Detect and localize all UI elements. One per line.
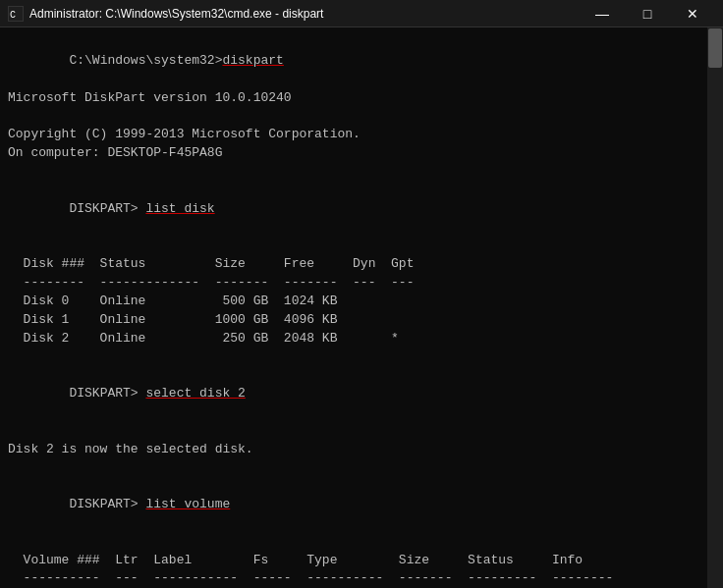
scrollbar-thumb[interactable] xyxy=(708,28,722,68)
title-bar-left: C Administrator: C:\Windows\System32\cmd… xyxy=(8,6,323,22)
window-title: Administrator: C:\Windows\System32\cmd.e… xyxy=(29,7,323,21)
path-label: C:\Windows\system32> xyxy=(69,53,222,68)
cmd3: list volume xyxy=(145,497,230,511)
prompt3: DISKPART> xyxy=(69,497,145,511)
vol-table-sep: ---------- --- ----------- ----- -------… xyxy=(8,569,715,588)
copyright-line: Copyright (C) 1999-2013 Microsoft Corpor… xyxy=(8,126,715,144)
console-content: C:\Windows\system32>diskpart Microsoft D… xyxy=(8,33,715,588)
cmd-diskpart: diskpart xyxy=(222,53,283,68)
blank5 xyxy=(8,422,715,441)
title-bar: C Administrator: C:\Windows\System32\cmd… xyxy=(0,0,723,27)
blank4 xyxy=(8,347,715,366)
disk-table-header: Disk ### Status Size Free Dyn Gpt xyxy=(8,255,715,274)
cmd2: select disk 2 xyxy=(145,386,245,401)
blank1 xyxy=(8,107,715,126)
version-line: Microsoft DiskPart version 10.0.10240 xyxy=(8,89,715,108)
disk2-row: Disk 2 Online 250 GB 2048 KB * xyxy=(8,330,715,348)
minimize-button[interactable]: — xyxy=(580,0,625,27)
blank6 xyxy=(8,458,715,477)
computer-line: On computer: DESKTOP-F45PA8G xyxy=(8,144,715,163)
vol-table-header: Volume ### Ltr Label Fs Type Size Status… xyxy=(8,552,715,570)
cmd-icon: C xyxy=(8,6,24,22)
disk-selected-line: Disk 2 is now the selected disk. xyxy=(8,441,715,459)
scrollbar[interactable] xyxy=(707,27,723,588)
prompt2: DISKPART> xyxy=(69,386,145,401)
app-window: C Administrator: C:\Windows\System32\cmd… xyxy=(0,0,723,588)
svg-text:C: C xyxy=(10,10,16,21)
blank7 xyxy=(8,533,715,552)
disk-table-sep: -------- ------------- ------- ------- -… xyxy=(8,274,715,293)
prompt1: DISKPART> xyxy=(69,201,145,216)
cmd1: list disk xyxy=(145,201,214,216)
close-button[interactable]: ✕ xyxy=(670,0,715,27)
blank2 xyxy=(8,163,715,182)
initial-prompt-line: C:\Windows\system32>diskpart xyxy=(8,33,715,89)
disk0-row: Disk 0 Online 500 GB 1024 KB xyxy=(8,293,715,311)
prompt3-line: DISKPART> list volume xyxy=(8,477,715,533)
blank3 xyxy=(8,237,715,255)
disk1-row: Disk 1 Online 1000 GB 4096 KB xyxy=(8,311,715,330)
maximize-button[interactable]: □ xyxy=(625,0,670,27)
prompt2-line: DISKPART> select disk 2 xyxy=(8,366,715,422)
console-area[interactable]: C:\Windows\system32>diskpart Microsoft D… xyxy=(0,27,723,588)
window-controls: — □ ✕ xyxy=(580,0,715,27)
prompt1-line: DISKPART> list disk xyxy=(8,182,715,238)
